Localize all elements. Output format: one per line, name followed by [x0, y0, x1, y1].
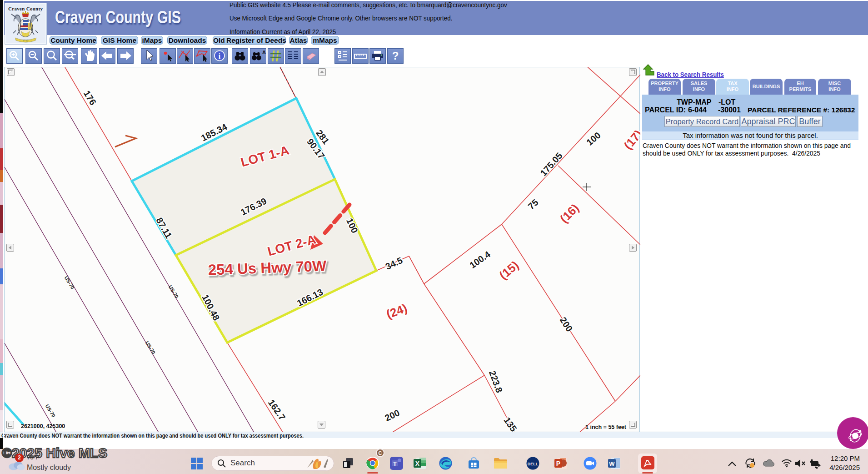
svg-text:?: ? [392, 50, 399, 62]
svg-text:Craven County: Craven County [8, 6, 43, 11]
svg-text:(15): (15) [497, 258, 522, 282]
svg-text:135: 135 [502, 415, 519, 432]
svg-text:200: 200 [558, 315, 575, 333]
svg-text:US-70: US-70 [168, 284, 180, 299]
svg-text:P: P [556, 460, 560, 467]
svg-text:i: i [219, 52, 221, 60]
svg-text:1712: 1712 [22, 39, 29, 42]
svg-text:US-70: US-70 [145, 340, 157, 355]
svg-text:US-70: US-70 [64, 275, 76, 290]
svg-text:75: 75 [526, 197, 540, 211]
svg-text:223.8: 223.8 [487, 369, 504, 394]
svg-text:W: W [609, 460, 615, 467]
svg-text:100: 100 [584, 130, 603, 147]
svg-text:2621000, 425300: 2621000, 425300 [21, 423, 65, 429]
svg-text:175.05: 175.05 [538, 151, 564, 178]
svg-text:100.4: 100.4 [468, 249, 492, 270]
svg-text:A: A [262, 50, 266, 55]
svg-text:US-70: US-70 [45, 403, 57, 419]
svg-text:(17): (17) [621, 127, 640, 152]
svg-text:1 inch = 55 feet: 1 inch = 55 feet [585, 424, 627, 430]
svg-text:(24): (24) [384, 301, 409, 321]
svg-text:34.5: 34.5 [384, 255, 404, 272]
svg-text:176: 176 [82, 89, 98, 107]
svg-text:DELL: DELL [528, 462, 539, 466]
svg-text:(16): (16) [557, 201, 582, 226]
svg-text:X: X [415, 460, 420, 467]
svg-text:200: 200 [383, 408, 401, 423]
svg-text:T: T [393, 460, 397, 467]
